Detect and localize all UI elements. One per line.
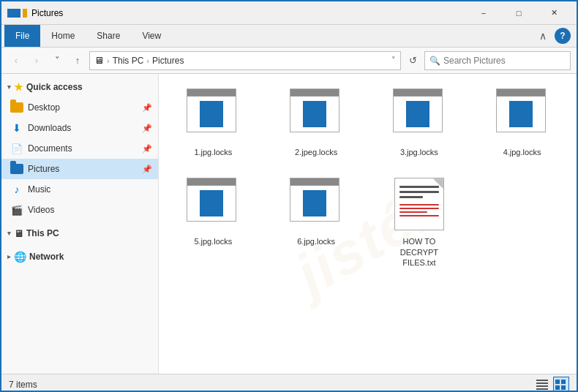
svg-rect-1 [536, 382, 548, 384]
sidebar-item-desktop[interactable]: Desktop 📌 [1, 97, 158, 118]
forward-button[interactable]: › [28, 52, 45, 69]
network-header[interactable]: ▸ 🌐 Network [1, 246, 158, 267]
minimize-button[interactable]: − [467, 1, 500, 25]
music-icon: ♪ [10, 184, 23, 195]
sidebar-label-pictures: Pictures [28, 164, 59, 174]
path-dropdown-button[interactable]: ˅ [391, 56, 396, 65]
file-item-3[interactable]: 3.jpg.locks [371, 80, 468, 163]
sidebar-item-pictures[interactable]: Pictures 📌 [1, 159, 158, 179]
ribbon: File Home Share View ∧ ? [1, 25, 577, 48]
file-icon-5 [184, 175, 242, 233]
file-item-6[interactable]: 6.jpg.locks [268, 169, 365, 274]
list-view-button[interactable] [534, 377, 550, 393]
downloads-icon: ⬇ [10, 122, 23, 134]
file-icon-7 [390, 175, 448, 233]
pictures-folder-icon [10, 163, 23, 175]
file-item-5[interactable]: 5.jpg.locks [165, 169, 262, 274]
this-pc-icon: 🖥 [14, 228, 23, 239]
sidebar-item-music[interactable]: ♪ Music [1, 179, 158, 200]
file-name-5: 5.jpg.locks [194, 236, 232, 246]
network-label: Network [29, 252, 64, 262]
file-name-2: 2.jpeg.locks [295, 147, 337, 157]
file-item-4[interactable]: 4.jpg.locks [473, 80, 571, 163]
quick-access-label: Quick access [26, 82, 83, 92]
file-name-1: 1.jpg.locks [194, 147, 232, 157]
file-item-1[interactable]: 1.jpg.locks [165, 80, 262, 163]
tab-file[interactable]: File [4, 25, 40, 47]
close-button[interactable]: ✕ [537, 1, 571, 25]
title-text: Pictures [31, 8, 63, 18]
large-icon-view-button[interactable] [553, 377, 569, 393]
jpg-locks-icon-5 [187, 178, 239, 230]
file-icon-3 [390, 86, 448, 144]
ribbon-right: ∧ ? [534, 25, 574, 47]
sidebar-item-videos[interactable]: 🎬 Videos [1, 200, 158, 220]
sidebar: ▾ ★ Quick access Desktop 📌 ⬇ Downloads 📌… [1, 74, 159, 374]
this-pc-label: This PC [26, 228, 59, 238]
jpg-locks-icon-4 [496, 88, 549, 141]
documents-icon: 📄 [10, 143, 23, 154]
file-item-2[interactable]: 2.jpeg.locks [268, 80, 365, 163]
sidebar-label-music: Music [28, 184, 50, 195]
title-bar-left: Pictures [7, 8, 467, 18]
file-area: 1.jpg.locks 2.jpeg.locks [159, 74, 577, 279]
sidebar-item-downloads[interactable]: ⬇ Downloads 📌 [1, 118, 158, 138]
list-view-icon [536, 380, 548, 390]
tab-share[interactable]: Share [86, 25, 131, 47]
icon-strip-orange [23, 9, 27, 18]
pin-icon-documents: 📌 [142, 144, 152, 154]
maximize-button[interactable]: □ [502, 1, 536, 25]
pin-icon-downloads: 📌 [142, 124, 152, 133]
file-icon-4 [493, 86, 552, 144]
txt-icon [394, 178, 444, 230]
svg-rect-2 [536, 385, 548, 387]
up-button[interactable]: ↑ [69, 52, 86, 69]
sidebar-label-desktop: Desktop [28, 102, 60, 113]
search-box[interactable]: 🔍 [424, 51, 571, 70]
file-icon-6 [287, 175, 345, 233]
path-pictures[interactable]: Pictures [152, 56, 184, 66]
help-button[interactable]: ? [555, 28, 571, 44]
pin-icon-pictures: 📌 [142, 165, 152, 174]
desktop-folder-icon [10, 102, 23, 113]
svg-rect-4 [555, 380, 560, 384]
search-icon: 🔍 [429, 56, 440, 66]
svg-rect-3 [536, 388, 548, 390]
status-right [534, 377, 569, 393]
quick-access-header[interactable]: ▾ ★ Quick access [1, 77, 158, 97]
sidebar-item-documents[interactable]: 📄 Documents 📌 [1, 138, 158, 159]
search-input[interactable] [443, 56, 566, 66]
address-path[interactable]: 🖥 › This PC › Pictures ˅ [89, 51, 401, 70]
network-chevron: ▸ [7, 253, 11, 260]
title-controls: − □ ✕ [467, 1, 571, 25]
address-bar: ‹ › ˅ ↑ 🖥 › This PC › Pictures ˅ ↺ 🔍 [1, 48, 577, 74]
svg-rect-5 [561, 380, 566, 384]
back-button[interactable]: ‹ [7, 52, 25, 69]
path-sep2: › [146, 56, 149, 65]
jpg-locks-icon-6 [290, 178, 342, 230]
videos-icon: 🎬 [10, 204, 23, 216]
sidebar-label-documents: Documents [28, 143, 72, 154]
recent-locations-button[interactable]: ˅ [48, 52, 66, 69]
jpg-locks-icon-3 [393, 88, 446, 141]
tab-home[interactable]: Home [40, 25, 86, 47]
path-sep1: › [107, 56, 110, 65]
sidebar-label-downloads: Downloads [28, 123, 71, 133]
file-area-wrapper: jistén 1.jpg.locks [159, 74, 577, 374]
ribbon-expand-button[interactable]: ∧ [534, 27, 552, 45]
refresh-button[interactable]: ↺ [404, 52, 421, 69]
svg-rect-7 [561, 385, 566, 390]
path-this-pc[interactable]: This PC [113, 56, 144, 66]
this-pc-chevron: ▾ [7, 230, 11, 237]
file-name-3: 3.jpg.locks [400, 147, 438, 157]
this-pc-header[interactable]: ▾ 🖥 This PC [1, 223, 158, 244]
icon-strip-blue [7, 9, 20, 18]
file-icon-2 [287, 86, 345, 144]
file-item-7[interactable]: HOW TO DECRYPT FILES.txt [371, 169, 468, 274]
jpg-locks-icon-2 [290, 88, 342, 141]
large-icon-view-icon [555, 380, 567, 390]
svg-rect-0 [536, 380, 548, 381]
network-icon: 🌐 [14, 251, 26, 263]
tab-view[interactable]: View [131, 25, 172, 47]
item-count: 7 items [9, 380, 37, 390]
